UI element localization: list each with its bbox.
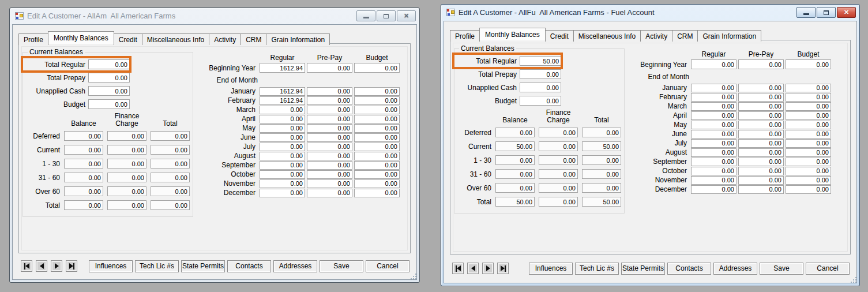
nav-last-button[interactable] <box>497 263 509 274</box>
tab-profile[interactable]: Profile <box>18 33 48 45</box>
month-prepay-field[interactable] <box>307 179 352 188</box>
month-budget-field[interactable] <box>354 152 400 160</box>
cancel-button[interactable]: Cancel <box>806 263 850 275</box>
month-prepay-field[interactable] <box>307 96 352 105</box>
month-regular-field[interactable] <box>260 161 305 170</box>
tab-miscellaneous-info[interactable]: Miscellaneous Info <box>573 30 641 42</box>
aging-total-field[interactable] <box>151 173 190 182</box>
maximize-button[interactable] <box>377 10 396 21</box>
month-regular-field[interactable] <box>260 96 305 105</box>
addresses-button[interactable]: Addresses <box>273 260 317 272</box>
month-regular-field[interactable] <box>691 158 737 166</box>
titlebar[interactable]: Edit A Customer - AllAm All American Far… <box>10 8 419 24</box>
month-regular-field[interactable] <box>691 167 737 175</box>
month-regular-field[interactable] <box>691 176 737 185</box>
aging-balance-field[interactable] <box>64 186 103 196</box>
tab-crm[interactable]: CRM <box>672 30 698 42</box>
minimize-button[interactable] <box>796 7 816 18</box>
influences-button[interactable]: Influences <box>89 260 133 272</box>
aging-balance-field[interactable] <box>495 169 535 179</box>
aging-balance-field[interactable] <box>495 197 535 207</box>
month-regular-field[interactable] <box>691 139 737 148</box>
month-regular-field[interactable] <box>691 84 737 92</box>
month-budget-field[interactable] <box>786 121 831 129</box>
month-prepay-field[interactable] <box>307 87 352 96</box>
beginning-year-regular-field[interactable] <box>691 59 737 69</box>
aging-finance-charge-field[interactable] <box>539 155 578 165</box>
tab-monthly-balances[interactable]: Monthly Balances <box>48 31 114 44</box>
month-regular-field[interactable] <box>260 133 305 142</box>
tech-lic-button[interactable]: Tech Lic #s <box>135 260 179 272</box>
month-regular-field[interactable] <box>691 185 737 194</box>
aging-balance-field[interactable] <box>495 183 535 193</box>
month-budget-field[interactable] <box>786 111 831 120</box>
month-budget-field[interactable] <box>354 124 400 133</box>
month-prepay-field[interactable] <box>307 152 352 160</box>
addresses-button[interactable]: Addresses <box>713 263 757 275</box>
aging-total-field[interactable] <box>151 131 190 141</box>
aging-finance-charge-field[interactable] <box>107 200 146 210</box>
aging-total-field[interactable] <box>151 200 190 210</box>
save-button[interactable]: Save <box>760 263 803 275</box>
total-regular-field[interactable] <box>520 56 561 66</box>
month-budget-field[interactable] <box>354 161 400 170</box>
month-regular-field[interactable] <box>691 130 737 138</box>
save-button[interactable]: Save <box>320 260 363 272</box>
month-prepay-field[interactable] <box>738 111 784 120</box>
aging-balance-field[interactable] <box>64 131 103 141</box>
influences-button[interactable]: Influences <box>529 263 573 275</box>
month-budget-field[interactable] <box>786 167 831 175</box>
aging-total-field[interactable] <box>582 141 621 151</box>
month-budget-field[interactable] <box>354 170 400 179</box>
month-prepay-field[interactable] <box>307 106 352 114</box>
tab-profile[interactable]: Profile <box>450 30 480 42</box>
total-regular-field[interactable] <box>88 59 130 69</box>
cancel-button[interactable]: Cancel <box>366 260 409 272</box>
nav-first-button[interactable] <box>21 260 32 272</box>
aging-balance-field[interactable] <box>64 159 103 169</box>
aging-total-field[interactable] <box>582 183 621 193</box>
tab-crm[interactable]: CRM <box>241 33 266 45</box>
aging-finance-charge-field[interactable] <box>107 145 146 155</box>
month-prepay-field[interactable] <box>307 115 352 123</box>
month-regular-field[interactable] <box>260 152 305 160</box>
beginning-year-budget-field[interactable] <box>786 59 831 69</box>
minimize-button[interactable] <box>356 10 375 21</box>
aging-finance-charge-field[interactable] <box>539 197 578 207</box>
month-regular-field[interactable] <box>691 102 737 111</box>
tab-activity[interactable]: Activity <box>209 33 241 45</box>
month-budget-field[interactable] <box>786 102 831 111</box>
month-budget-field[interactable] <box>354 179 400 188</box>
month-prepay-field[interactable] <box>738 84 784 92</box>
state-permits-button[interactable]: State Permits <box>621 263 665 275</box>
aging-balance-field[interactable] <box>64 200 103 210</box>
month-budget-field[interactable] <box>354 106 400 114</box>
total-prepay-field[interactable] <box>520 69 561 79</box>
month-prepay-field[interactable] <box>738 158 784 166</box>
nav-previous-button[interactable] <box>467 263 479 274</box>
aging-finance-charge-field[interactable] <box>107 159 146 169</box>
aging-balance-field[interactable] <box>495 155 535 165</box>
contacts-button[interactable]: Contacts <box>667 263 711 275</box>
budget-field[interactable] <box>88 99 130 109</box>
aging-balance-field[interactable] <box>64 145 103 155</box>
budget-field[interactable] <box>520 96 561 106</box>
month-budget-field[interactable] <box>354 115 400 123</box>
month-budget-field[interactable] <box>786 130 831 138</box>
beginning-year-regular-field[interactable] <box>260 63 305 73</box>
state-permits-button[interactable]: State Permits <box>181 260 225 272</box>
aging-total-field[interactable] <box>582 169 621 179</box>
month-budget-field[interactable] <box>786 93 831 102</box>
month-budget-field[interactable] <box>786 158 831 166</box>
close-button[interactable]: ✕ <box>837 7 856 18</box>
tab-grain-information[interactable]: Grain Information <box>697 30 761 42</box>
aging-finance-charge-field[interactable] <box>539 128 578 137</box>
aging-finance-charge-field[interactable] <box>107 173 146 182</box>
month-budget-field[interactable] <box>354 96 400 105</box>
month-budget-field[interactable] <box>354 87 400 96</box>
titlebar[interactable]: Edit A Customer - AllFu All American Far… <box>441 5 859 20</box>
month-regular-field[interactable] <box>260 124 305 133</box>
tab-credit[interactable]: Credit <box>114 33 142 45</box>
month-regular-field[interactable] <box>260 143 305 151</box>
month-regular-field[interactable] <box>260 115 305 123</box>
